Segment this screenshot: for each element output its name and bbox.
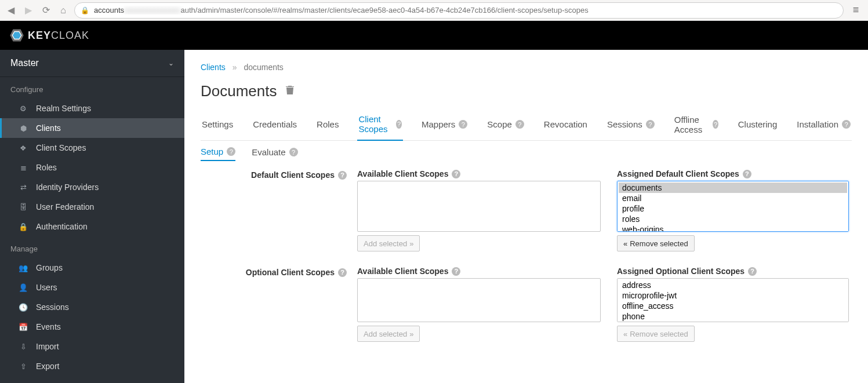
help-icon[interactable]: ? [743,170,751,178]
remove-selected-default-button[interactable]: «Remove selected [617,235,695,251]
sidebar-item-label: Users [36,283,57,292]
main-content: Clients » documents Documents SettingsCr… [184,50,868,383]
help-icon[interactable]: ? [452,170,460,178]
sidebar-item-clients[interactable]: ⬢Clients [0,118,184,138]
url-field[interactable]: 🔒 accountsxxxxxxxxxxxxxxxauth/admin/mast… [74,2,844,19]
sidebar-item-label: Authentication [36,222,88,231]
swap-icon: ⇄ [19,183,28,192]
import-icon: ⇩ [19,342,28,351]
tab-clustering[interactable]: Clustering [737,110,779,140]
tab-mappers[interactable]: Mappers? [420,110,468,140]
help-icon[interactable]: ? [227,147,235,156]
lock-icon: 🔒 [81,6,89,14]
help-icon[interactable]: ? [459,120,467,129]
cube-icon: ⬢ [19,123,28,133]
app-header: KEYCLOAK [0,21,868,50]
subtab-setup[interactable]: Setup? [201,147,235,161]
help-icon[interactable]: ? [338,171,347,180]
home-button[interactable]: ⌂ [57,4,70,17]
sidebar-item-sessions[interactable]: 🕓Sessions [0,297,184,317]
remove-selected-optional-button[interactable]: «Remove selected [617,326,695,342]
help-icon[interactable]: ? [748,267,757,276]
chevron-down-icon: ⌄ [168,59,174,67]
sidebar-item-authentication[interactable]: 🔒Authentication [0,217,184,236]
help-icon[interactable]: ? [646,120,655,129]
sidebar-item-label: Export [36,362,59,371]
scope-option-documents[interactable]: documents [619,183,847,193]
browser-menu-button[interactable]: ≡ [848,4,863,16]
sidebar-item-label: Client Scopes [36,143,86,152]
help-icon[interactable]: ? [713,120,718,129]
sidebar-item-label: Realm Settings [36,104,91,113]
realm-selector[interactable]: Master ⌄ [0,50,184,77]
available-default-scopes-select[interactable] [357,181,601,232]
scope-option-profile[interactable]: profile [619,203,847,214]
tab-credentials[interactable]: Credentials [252,110,298,140]
tab-roles[interactable]: Roles [315,110,340,140]
scope-option-microprofile-jwt[interactable]: microprofile-jwt [619,290,847,301]
sidebar-item-label: Events [36,322,61,331]
available-optional-scopes-select[interactable] [357,278,601,322]
sidebar-item-label: Clients [36,123,61,133]
sidebar-item-identity-providers[interactable]: ⇄Identity Providers [0,177,184,197]
breadcrumb-current: documents [244,63,283,72]
add-selected-optional-button[interactable]: Add selected» [357,326,420,342]
sidebar-item-realm-settings[interactable]: ⚙Realm Settings [0,99,184,118]
add-selected-default-button[interactable]: Add selected» [357,235,420,251]
sidebar-item-user-federation[interactable]: 🗄User Federation [0,197,184,217]
label-default-client-scopes: Default Client Scopes? [201,169,357,180]
sidebar-item-import[interactable]: ⇩Import [0,337,184,356]
sidebar-item-label: Identity Providers [36,183,99,192]
help-icon[interactable]: ? [289,148,298,156]
tab-sessions[interactable]: Sessions? [606,110,656,140]
assigned-default-scopes-select[interactable]: documentsemailprofilerolesweb-origins [617,181,849,232]
assigned-optional-scopes-select[interactable]: addressmicroprofile-jwtoffline_accesspho… [617,278,849,322]
scope-option-web-origins[interactable]: web-origins [619,224,847,232]
help-icon[interactable]: ? [842,120,851,129]
scope-option-offline_access[interactable]: offline_access [619,301,847,311]
sidebar-section-configure: Configure [0,77,184,99]
tab-revocation[interactable]: Revocation [543,110,589,140]
tab-scope[interactable]: Scope? [486,110,525,140]
clock-icon: 🕓 [19,302,28,312]
scopes-icon: ❖ [19,143,28,152]
database-icon: 🗄 [19,202,28,211]
browser-bar: ◀ ▶ ⟳ ⌂ 🔒 accountsxxxxxxxxxxxxxxxauth/ad… [0,0,868,21]
chevron-right-icon: » [409,239,413,248]
reload-button[interactable]: ⟳ [39,4,52,17]
subtab-evaluate[interactable]: Evaluate? [252,147,297,161]
sidebar-item-users[interactable]: 👤Users [0,278,184,297]
breadcrumb-link-clients[interactable]: Clients [201,63,226,72]
sidebar-section-manage: Manage [0,236,184,258]
sidebar-item-label: Sessions [36,302,69,312]
forward-button[interactable]: ▶ [22,4,35,17]
tab-client-scopes[interactable]: Client Scopes? [357,110,403,141]
help-icon[interactable]: ? [452,267,460,276]
scope-option-roles[interactable]: roles [619,214,847,224]
scope-option-email[interactable]: email [619,193,847,203]
scope-option-address[interactable]: address [619,280,847,290]
brand-name: KEYCLOAK [28,30,89,42]
sidebar-item-events[interactable]: 📅Events [0,317,184,337]
tab-offline-access[interactable]: Offline Access? [673,110,720,140]
tab-installation[interactable]: Installation? [796,110,852,140]
sidebar-item-export[interactable]: ⇧Export [0,356,184,376]
sidebar-item-client-scopes[interactable]: ❖Client Scopes [0,138,184,158]
sidebar-item-label: Import [36,342,59,351]
sidebar-item-roles[interactable]: ≣Roles [0,158,184,177]
help-icon[interactable]: ? [396,120,402,129]
chevron-right-icon: » [409,330,413,338]
logo-hex-icon [9,28,24,43]
realm-name: Master [10,58,39,68]
trash-icon[interactable] [285,85,295,98]
sidebar-item-groups[interactable]: 👥Groups [0,258,184,278]
tab-settings[interactable]: Settings [201,110,234,140]
help-icon[interactable]: ? [338,268,347,277]
sidebar: Master ⌄ Configure ⚙Realm Settings⬢Clien… [0,50,184,383]
help-icon[interactable]: ? [515,120,524,129]
chevron-left-icon: « [623,239,627,248]
brand-logo[interactable]: KEYCLOAK [9,28,89,43]
back-button[interactable]: ◀ [5,4,17,17]
chevron-left-icon: « [623,330,627,338]
scope-option-phone[interactable]: phone [619,311,847,322]
